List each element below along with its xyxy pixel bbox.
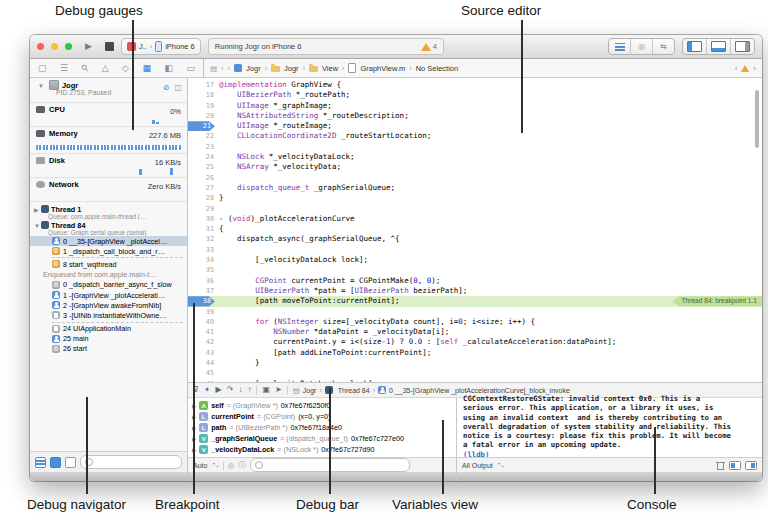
project-navigator-icon[interactable]: ▢ (38, 64, 47, 73)
line-number[interactable]: 17 (188, 80, 219, 90)
zoom-window-button[interactable] (65, 43, 72, 50)
line-number[interactable]: 24 (188, 152, 219, 162)
memory-tools-icon[interactable]: ◫ (174, 83, 182, 92)
continue-button[interactable]: ▶ (216, 386, 222, 394)
disclosure-triangle-icon[interactable]: ▶ (34, 206, 41, 213)
breakpoint-marker[interactable]: 21 (188, 121, 219, 131)
test-navigator-icon[interactable]: ◇ (122, 64, 129, 73)
debug-navigator-icon[interactable]: ▦ (142, 64, 151, 73)
stack-frame-row[interactable]: 1 -[GraphView _plotAccelerati… (30, 290, 187, 300)
quicklook-info-icon[interactable]: ⓘ (238, 460, 246, 470)
cpu-gauge[interactable]: CPU 0% (30, 103, 187, 127)
view-hierarchy-button[interactable]: ▣ (262, 386, 270, 394)
line-number[interactable]: 32 (188, 234, 219, 244)
debug-crumb-process[interactable]: Jogr (303, 387, 317, 394)
breadcrumb-subgroup[interactable]: View (322, 64, 338, 73)
line-number[interactable]: 25 (188, 162, 219, 172)
filter-running-button[interactable] (50, 457, 61, 468)
network-gauge[interactable]: Network Zero KB/s (30, 178, 187, 202)
disclosure-triangle-icon[interactable]: ▼ (34, 82, 46, 90)
line-number[interactable]: 28 (188, 193, 219, 203)
line-number[interactable]: 30 (188, 214, 219, 224)
log-navigator-icon[interactable]: ▭ (186, 64, 195, 73)
stack-frame-row[interactable]: 24 UIApplicationMain (30, 324, 187, 334)
assistant-editor-button[interactable]: ◎ (631, 39, 653, 54)
run-button[interactable]: ▶ (85, 42, 92, 51)
toggle-navigator-button[interactable] (683, 39, 707, 54)
step-out-button[interactable]: ↑ (247, 386, 251, 394)
stack-frame-row[interactable]: 1 _dispatch_call_block_and_r… (30, 246, 187, 256)
minimize-window-button[interactable] (51, 43, 58, 50)
step-over-button[interactable]: ↷ (227, 386, 234, 394)
show-values-icon[interactable]: ◎ (228, 461, 235, 470)
line-number[interactable]: 37 (188, 286, 219, 296)
symbol-navigator-icon[interactable]: ☰ (60, 64, 68, 73)
variable-row[interactable]: ▶Aself = (GraphView *) 0x7fe67f6250f0 (188, 400, 456, 411)
line-number[interactable]: 23 (188, 142, 219, 152)
console-output[interactable]: CGContextRestoreGState: invalid context … (457, 394, 762, 457)
stack-frame-row[interactable]: 0 _dispatch_barrier_async_f_slow (30, 280, 187, 290)
debug-crumb-thread[interactable]: Thread 84 (338, 387, 370, 394)
disclosure-triangle-icon[interactable]: ▼ (34, 223, 41, 229)
version-editor-button[interactable]: ⇆ (653, 39, 674, 54)
variable-row[interactable]: ▶V_velocityDataLock = (NSLock *) 0x7fe67… (188, 444, 456, 455)
breakpoints-toggle-button[interactable]: ➧ (204, 386, 211, 394)
scope-popup[interactable]: Auto (193, 462, 207, 469)
find-navigator-icon[interactable]: ⚲ (79, 62, 90, 73)
source-editor[interactable]: 17@implementation GraphView {18 UIBezier… (188, 78, 762, 382)
stack-frame-row[interactable]: 0 __35-[GraphView _plotAccel… (30, 236, 187, 246)
stack-frame-row[interactable]: 8 start_wqthread (30, 259, 187, 269)
forward-chevron-icon[interactable]: › (228, 64, 231, 73)
navigator-filter-field[interactable] (80, 455, 182, 469)
breadcrumb-file[interactable]: GraphView.m (360, 64, 405, 73)
breadcrumb-group[interactable]: Jogr (284, 64, 299, 73)
toggle-debug-area-button[interactable] (707, 39, 731, 54)
warning-icon[interactable] (421, 43, 431, 51)
issue-navigator-icon[interactable]: △ (102, 64, 109, 73)
previous-issue-button[interactable]: ‹ (735, 64, 738, 73)
variable-row[interactable]: ▶V_graphSerialQueue = (dispatch_queue_t)… (188, 433, 456, 444)
line-number[interactable]: 19 (188, 101, 219, 111)
show-console-toggle[interactable] (745, 461, 757, 470)
location-simulation-icon[interactable]: ⊘ (163, 83, 170, 92)
variable-row[interactable]: ▶Lpath = (UIBezierPath *) 0x7fe67f18a4e0 (188, 422, 456, 433)
breakpoint-navigator-icon[interactable]: ◧ (164, 64, 173, 73)
line-number[interactable]: 36 (188, 276, 219, 286)
standard-editor-button[interactable] (609, 39, 631, 54)
line-number[interactable]: 26 (188, 173, 219, 183)
filter-stack-depth-button[interactable] (65, 457, 76, 468)
line-number[interactable]: 18 (188, 90, 219, 100)
line-number[interactable]: 34 (188, 255, 219, 265)
close-window-button[interactable] (37, 43, 44, 50)
line-number[interactable]: 29 (188, 204, 219, 214)
thread-1-row[interactable]: ▶Thread 1 Queue: com.apple.main-thread (… (30, 204, 187, 220)
process-row[interactable]: ▼Jogr PID 2753, Paused ⊘ ◫ (30, 78, 187, 103)
clear-console-button[interactable] (716, 461, 725, 470)
filter-by-queue-button[interactable] (35, 457, 46, 468)
stack-frame-row[interactable]: 3 -[UINib instantiateWithOwne… (30, 310, 187, 320)
stop-button[interactable] (105, 42, 114, 51)
next-issue-button[interactable]: › (753, 64, 756, 73)
line-number[interactable]: 33 (188, 245, 219, 255)
related-items-icon[interactable]: ▤ (210, 64, 217, 73)
line-number[interactable]: 22 (188, 131, 219, 141)
warning-count[interactable]: 4 (433, 42, 437, 51)
stack-frame-row[interactable]: 2 -[GraphView awakeFromNib] (30, 300, 187, 310)
memory-gauge[interactable]: Memory 227.6 MB (30, 127, 187, 154)
output-filter-popup[interactable]: All Output (462, 462, 493, 469)
simulate-location-button[interactable]: ➤ (275, 386, 282, 394)
back-chevron-icon[interactable]: ‹ (221, 64, 224, 73)
breadcrumb-project[interactable]: Jogr (246, 64, 261, 73)
line-number[interactable]: 31 (188, 224, 219, 234)
breadcrumb-selection[interactable]: No Selection (416, 64, 459, 73)
line-number[interactable]: 27 (188, 183, 219, 193)
step-into-button[interactable]: ↓ (238, 386, 242, 394)
line-number[interactable]: 35 (188, 265, 219, 275)
stack-frame-row[interactable]: 25 main (30, 334, 187, 344)
stack-frame-row[interactable]: 26 start (30, 344, 187, 354)
thread-84-row[interactable]: ▼Thread 84 Queue: Graph serial queue (se… (30, 220, 187, 236)
editor-scrollbar[interactable] (755, 90, 759, 148)
debug-crumb-frame[interactable]: 0 __35-[GraphView _plotAccelerationCurve… (389, 387, 570, 394)
show-variables-toggle[interactable] (729, 461, 741, 470)
toggle-utilities-button[interactable] (731, 39, 754, 54)
